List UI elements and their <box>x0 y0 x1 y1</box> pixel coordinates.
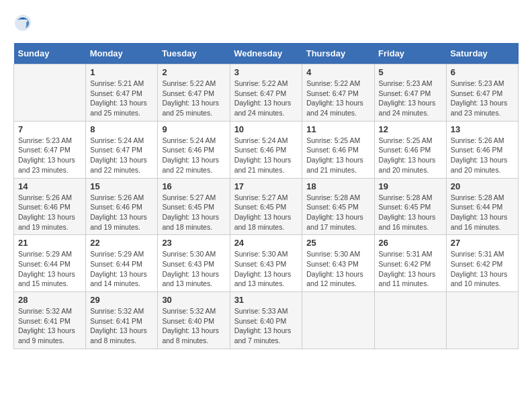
day-info: Sunrise: 5:27 AM Sunset: 6:45 PM Dayligh… <box>162 193 225 232</box>
day-info: Sunrise: 5:22 AM Sunset: 6:47 PM Dayligh… <box>234 79 298 118</box>
calendar-cell: 15Sunrise: 5:26 AM Sunset: 6:46 PM Dayli… <box>86 178 158 235</box>
calendar-cell: 10Sunrise: 5:24 AM Sunset: 6:46 PM Dayli… <box>230 121 302 178</box>
day-number: 2 <box>162 67 225 77</box>
day-info: Sunrise: 5:23 AM Sunset: 6:47 PM Dayligh… <box>451 79 514 118</box>
day-info: Sunrise: 5:26 AM Sunset: 6:46 PM Dayligh… <box>18 193 81 232</box>
day-info: Sunrise: 5:32 AM Sunset: 6:40 PM Dayligh… <box>162 306 225 346</box>
week-row-1: 1Sunrise: 5:21 AM Sunset: 6:47 PM Daylig… <box>14 64 519 122</box>
day-number: 7 <box>18 124 81 134</box>
day-number: 17 <box>234 181 298 191</box>
day-number: 26 <box>379 238 442 248</box>
day-info: Sunrise: 5:22 AM Sunset: 6:47 PM Dayligh… <box>306 79 369 118</box>
day-info: Sunrise: 5:26 AM Sunset: 6:46 PM Dayligh… <box>451 136 514 175</box>
calendar-cell: 20Sunrise: 5:28 AM Sunset: 6:44 PM Dayli… <box>446 178 518 235</box>
day-info: Sunrise: 5:23 AM Sunset: 6:47 PM Dayligh… <box>18 136 81 175</box>
calendar-cell: 22Sunrise: 5:29 AM Sunset: 6:44 PM Dayli… <box>86 235 158 292</box>
calendar-cell: 18Sunrise: 5:28 AM Sunset: 6:45 PM Dayli… <box>302 178 374 235</box>
day-header-thursday: Thursday <box>302 43 374 64</box>
day-number: 12 <box>379 124 442 134</box>
calendar-cell: 7Sunrise: 5:23 AM Sunset: 6:47 PM Daylig… <box>14 121 86 178</box>
calendar-cell: 9Sunrise: 5:24 AM Sunset: 6:46 PM Daylig… <box>158 121 230 178</box>
day-header-tuesday: Tuesday <box>158 43 230 64</box>
calendar-cell: 23Sunrise: 5:30 AM Sunset: 6:43 PM Dayli… <box>158 235 230 292</box>
day-info: Sunrise: 5:21 AM Sunset: 6:47 PM Dayligh… <box>90 79 153 118</box>
calendar-cell <box>14 64 86 122</box>
calendar-cell: 19Sunrise: 5:28 AM Sunset: 6:45 PM Dayli… <box>374 178 446 235</box>
day-info: Sunrise: 5:29 AM Sunset: 6:44 PM Dayligh… <box>90 249 153 289</box>
day-info: Sunrise: 5:22 AM Sunset: 6:47 PM Dayligh… <box>162 79 225 118</box>
day-info: Sunrise: 5:28 AM Sunset: 6:45 PM Dayligh… <box>379 193 442 232</box>
day-number: 14 <box>18 181 81 191</box>
day-info: Sunrise: 5:24 AM Sunset: 6:47 PM Dayligh… <box>90 136 153 175</box>
calendar-cell: 29Sunrise: 5:32 AM Sunset: 6:41 PM Dayli… <box>86 292 158 349</box>
calendar-cell: 8Sunrise: 5:24 AM Sunset: 6:47 PM Daylig… <box>86 121 158 178</box>
calendar-cell <box>446 292 518 349</box>
day-info: Sunrise: 5:25 AM Sunset: 6:46 PM Dayligh… <box>379 136 442 175</box>
day-number: 4 <box>306 67 369 77</box>
day-info: Sunrise: 5:27 AM Sunset: 6:45 PM Dayligh… <box>234 193 298 232</box>
day-info: Sunrise: 5:29 AM Sunset: 6:44 PM Dayligh… <box>18 249 81 289</box>
day-number: 27 <box>451 238 514 248</box>
day-number: 1 <box>90 67 153 77</box>
day-number: 16 <box>162 181 225 191</box>
calendar-cell: 16Sunrise: 5:27 AM Sunset: 6:45 PM Dayli… <box>158 178 230 235</box>
calendar-cell: 28Sunrise: 5:32 AM Sunset: 6:41 PM Dayli… <box>14 292 86 349</box>
calendar-cell: 5Sunrise: 5:23 AM Sunset: 6:47 PM Daylig… <box>374 64 446 122</box>
day-info: Sunrise: 5:31 AM Sunset: 6:42 PM Dayligh… <box>451 249 514 289</box>
calendar-cell: 6Sunrise: 5:23 AM Sunset: 6:47 PM Daylig… <box>446 64 518 122</box>
calendar-cell: 26Sunrise: 5:31 AM Sunset: 6:42 PM Dayli… <box>374 235 446 292</box>
day-number: 30 <box>162 295 225 305</box>
calendar-cell: 24Sunrise: 5:30 AM Sunset: 6:43 PM Dayli… <box>230 235 302 292</box>
calendar-cell: 31Sunrise: 5:33 AM Sunset: 6:40 PM Dayli… <box>230 292 302 349</box>
day-info: Sunrise: 5:28 AM Sunset: 6:45 PM Dayligh… <box>306 193 369 232</box>
logo <box>13 13 35 32</box>
calendar-cell: 14Sunrise: 5:26 AM Sunset: 6:46 PM Dayli… <box>14 178 86 235</box>
calendar-cell: 25Sunrise: 5:30 AM Sunset: 6:43 PM Dayli… <box>302 235 374 292</box>
day-number: 18 <box>306 181 369 191</box>
calendar-cell <box>302 292 374 349</box>
day-number: 3 <box>234 67 298 77</box>
day-number: 31 <box>234 295 298 305</box>
day-info: Sunrise: 5:30 AM Sunset: 6:43 PM Dayligh… <box>162 249 225 289</box>
day-number: 21 <box>18 238 81 248</box>
calendar-table: SundayMondayTuesdayWednesdayThursdayFrid… <box>13 43 519 349</box>
calendar-cell: 1Sunrise: 5:21 AM Sunset: 6:47 PM Daylig… <box>86 64 158 122</box>
day-info: Sunrise: 5:32 AM Sunset: 6:41 PM Dayligh… <box>18 306 81 346</box>
day-info: Sunrise: 5:33 AM Sunset: 6:40 PM Dayligh… <box>234 306 298 346</box>
week-row-3: 14Sunrise: 5:26 AM Sunset: 6:46 PM Dayli… <box>14 178 519 235</box>
calendar-cell: 3Sunrise: 5:22 AM Sunset: 6:47 PM Daylig… <box>230 64 302 122</box>
calendar-cell: 12Sunrise: 5:25 AM Sunset: 6:46 PM Dayli… <box>374 121 446 178</box>
day-info: Sunrise: 5:30 AM Sunset: 6:43 PM Dayligh… <box>234 249 298 289</box>
day-info: Sunrise: 5:24 AM Sunset: 6:46 PM Dayligh… <box>162 136 225 175</box>
calendar-cell: 30Sunrise: 5:32 AM Sunset: 6:40 PM Dayli… <box>158 292 230 349</box>
day-number: 24 <box>234 238 298 248</box>
day-info: Sunrise: 5:24 AM Sunset: 6:46 PM Dayligh… <box>234 136 298 175</box>
calendar-cell: 27Sunrise: 5:31 AM Sunset: 6:42 PM Dayli… <box>446 235 518 292</box>
calendar-cell: 2Sunrise: 5:22 AM Sunset: 6:47 PM Daylig… <box>158 64 230 122</box>
week-row-2: 7Sunrise: 5:23 AM Sunset: 6:47 PM Daylig… <box>14 121 519 178</box>
day-info: Sunrise: 5:32 AM Sunset: 6:41 PM Dayligh… <box>90 306 153 346</box>
day-number: 29 <box>90 295 153 305</box>
page-header <box>13 13 519 32</box>
day-number: 19 <box>379 181 442 191</box>
week-row-4: 21Sunrise: 5:29 AM Sunset: 6:44 PM Dayli… <box>14 235 519 292</box>
logo-icon <box>13 13 32 32</box>
day-header-saturday: Saturday <box>446 43 518 64</box>
day-info: Sunrise: 5:25 AM Sunset: 6:46 PM Dayligh… <box>306 136 369 175</box>
day-number: 8 <box>90 124 153 134</box>
day-number: 5 <box>379 67 442 77</box>
day-number: 20 <box>451 181 514 191</box>
calendar-cell: 4Sunrise: 5:22 AM Sunset: 6:47 PM Daylig… <box>302 64 374 122</box>
day-number: 10 <box>234 124 298 134</box>
day-header-monday: Monday <box>86 43 158 64</box>
day-info: Sunrise: 5:30 AM Sunset: 6:43 PM Dayligh… <box>306 249 369 289</box>
day-number: 25 <box>306 238 369 248</box>
day-info: Sunrise: 5:31 AM Sunset: 6:42 PM Dayligh… <box>379 249 442 289</box>
day-header-wednesday: Wednesday <box>230 43 302 64</box>
day-number: 22 <box>90 238 153 248</box>
day-info: Sunrise: 5:26 AM Sunset: 6:46 PM Dayligh… <box>90 193 153 232</box>
day-number: 13 <box>451 124 514 134</box>
day-info: Sunrise: 5:28 AM Sunset: 6:44 PM Dayligh… <box>451 193 514 232</box>
day-header-sunday: Sunday <box>14 43 86 64</box>
calendar-cell: 21Sunrise: 5:29 AM Sunset: 6:44 PM Dayli… <box>14 235 86 292</box>
